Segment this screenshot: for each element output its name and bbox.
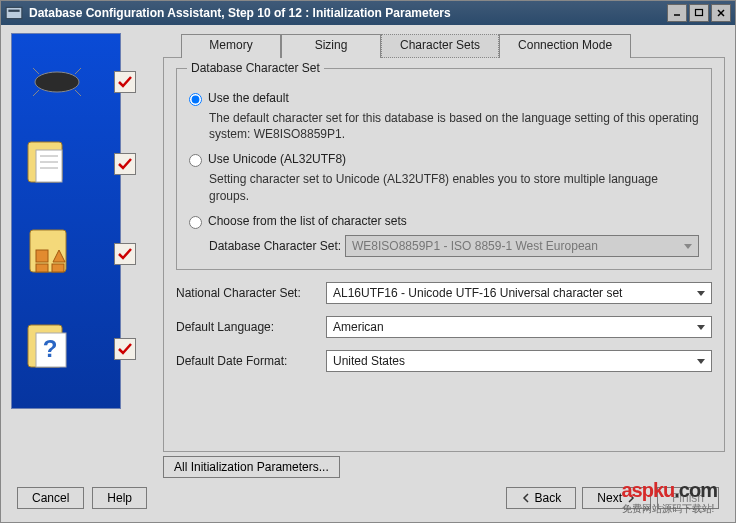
chevron-left-icon (521, 493, 531, 503)
chevron-right-icon (626, 493, 636, 503)
tab-bar: Memory Sizing Character Sets Connection … (163, 33, 725, 57)
svg-line-10 (75, 68, 81, 74)
step-documents-check-icon (114, 153, 136, 175)
database-charset-group: Database Character Set Use the default T… (176, 68, 712, 270)
radio-choose-list-label: Choose from the list of character sets (208, 214, 407, 228)
app-icon (5, 4, 23, 22)
db-charset-value: WE8ISO8859P1 - ISO 8859-1 West European (352, 239, 598, 253)
radio-use-unicode[interactable] (189, 154, 202, 167)
radio-use-unicode-label: Use Unicode (AL32UTF8) (208, 152, 346, 166)
national-charset-combo[interactable]: AL16UTF16 - Unicode UTF-16 Universal cha… (326, 282, 712, 304)
tab-content: Database Character Set Use the default T… (163, 57, 725, 452)
default-date-format-label: Default Date Format: (176, 354, 326, 368)
db-charset-combo: WE8ISO8859P1 - ISO 8859-1 West European (345, 235, 699, 257)
tab-character-sets[interactable]: Character Sets (381, 34, 499, 58)
footer: Cancel Help Back Next Finish aspku.com 免… (1, 480, 735, 522)
use-unicode-desc: Setting character set to Unicode (AL32UT… (209, 171, 699, 203)
svg-rect-0 (6, 7, 22, 18)
step-help-icon: ? (22, 319, 92, 379)
svg-text:?: ? (43, 335, 58, 362)
minimize-button[interactable] (667, 4, 687, 22)
tab-sizing[interactable]: Sizing (281, 34, 381, 58)
cancel-button[interactable]: Cancel (17, 487, 84, 509)
sidebar: ? (11, 33, 151, 478)
progress-panel: ? (11, 33, 121, 409)
svg-point-6 (35, 72, 79, 92)
svg-line-8 (75, 90, 81, 96)
svg-rect-20 (52, 264, 64, 272)
national-charset-value: AL16UTF16 - Unicode UTF-16 Universal cha… (333, 286, 622, 300)
finish-button[interactable]: Finish (657, 487, 719, 509)
tab-connection-mode[interactable]: Connection Mode (499, 34, 631, 58)
step-charset-icon (22, 224, 92, 284)
help-button[interactable]: Help (92, 487, 147, 509)
step-documents-icon (22, 134, 92, 194)
svg-rect-19 (36, 264, 48, 272)
close-button[interactable] (711, 4, 731, 22)
default-date-format-value: United States (333, 354, 405, 368)
default-date-format-combo[interactable]: United States (326, 350, 712, 372)
svg-rect-17 (36, 250, 48, 262)
svg-line-9 (33, 68, 39, 74)
radio-use-default[interactable] (189, 93, 202, 106)
default-language-combo[interactable]: American (326, 316, 712, 338)
db-charset-label: Database Character Set: (209, 239, 345, 253)
step-memory-check-icon (114, 71, 136, 93)
svg-rect-3 (696, 10, 703, 16)
svg-rect-1 (8, 10, 19, 12)
next-button[interactable]: Next (582, 487, 651, 509)
group-title: Database Character Set (187, 61, 324, 75)
step-charset-check-icon (114, 243, 136, 265)
tab-memory[interactable]: Memory (181, 34, 281, 58)
maximize-button[interactable] (689, 4, 709, 22)
default-language-label: Default Language: (176, 320, 326, 334)
use-default-desc: The default character set for this datab… (209, 110, 699, 142)
step-memory-icon (22, 52, 92, 112)
radio-choose-list[interactable] (189, 216, 202, 229)
svg-rect-12 (36, 150, 62, 182)
default-language-value: American (333, 320, 384, 334)
step-help-check-icon (114, 338, 136, 360)
all-init-params-button[interactable]: All Initialization Parameters... (163, 456, 340, 478)
national-charset-label: National Character Set: (176, 286, 326, 300)
svg-line-7 (33, 90, 39, 96)
window-title: Database Configuration Assistant, Step 1… (29, 6, 451, 20)
radio-use-default-label: Use the default (208, 91, 289, 105)
titlebar: Database Configuration Assistant, Step 1… (1, 1, 735, 25)
back-button[interactable]: Back (506, 487, 577, 509)
